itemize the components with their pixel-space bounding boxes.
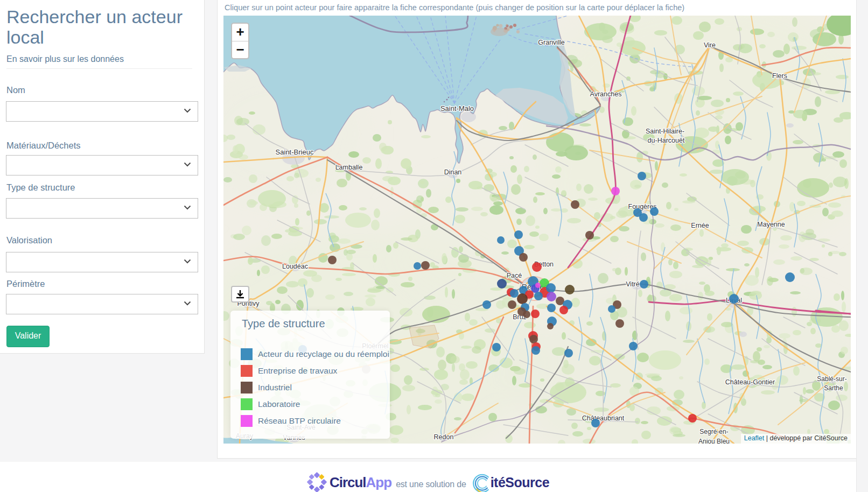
svg-text:Lamballe: Lamballe — [335, 164, 363, 171]
svg-text:Mayenne: Mayenne — [757, 221, 785, 228]
svg-text:Segré-en-: Segré-en- — [699, 428, 728, 435]
svg-text:Loudéac: Loudéac — [282, 263, 308, 270]
svg-text:Châteaubriant: Châteaubriant — [582, 414, 625, 422]
svg-text:du-Harcouët: du-Harcouët — [648, 137, 685, 144]
svg-text:Sarthe: Sarthe — [824, 384, 843, 392]
svg-text:Granville: Granville — [538, 39, 564, 46]
svg-text:Vitré: Vitré — [626, 280, 640, 288]
svg-text:Redon: Redon — [434, 433, 454, 441]
svg-text:Saint-Malo: Saint-Malo — [440, 104, 474, 113]
svg-text:Avranches: Avranches — [590, 90, 622, 98]
svg-text:Flers: Flers — [772, 72, 787, 80]
svg-text:Ernée: Ernée — [691, 222, 709, 229]
svg-text:Saint-Hilaire-: Saint-Hilaire- — [646, 128, 684, 135]
svg-text:Anjou Bleu: Anjou Bleu — [698, 438, 730, 444]
svg-text:Saint-Brieuc: Saint-Brieuc — [276, 148, 314, 156]
svg-text:Château-Gontier: Château-Gontier — [725, 378, 775, 386]
svg-text:Dinan: Dinan — [444, 168, 462, 176]
svg-text:Sablé-sur-: Sablé-sur- — [817, 375, 846, 383]
svg-text:Pacé: Pacé — [507, 272, 522, 279]
svg-text:Vire: Vire — [704, 41, 716, 49]
